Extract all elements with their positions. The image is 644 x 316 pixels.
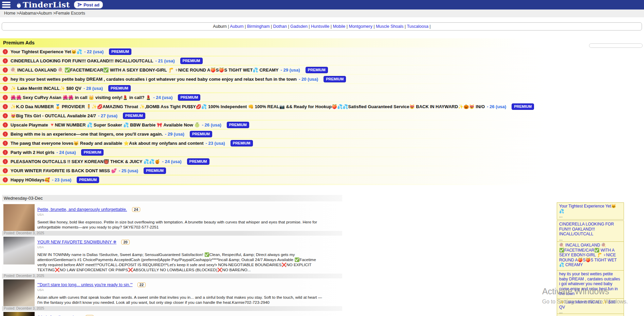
city-links: Auburn | Auburn | Birmingham | Dothan | … — [213, 24, 430, 29]
sidebar-ad-title[interactable]: CINDERELLA LOOKING FOR FUN!!! OAKLAND!!!… — [559, 222, 622, 237]
city-current: Auburn — [213, 24, 226, 29]
premium-ad-title[interactable]: YOUR WINTER FAVORITE IS BACK DONT MISS 💕 — [11, 168, 117, 173]
premium-ad-title[interactable]: 🌺🌺 Sexy CuRvy Asian 🌺🌺 in call 👑 visitin… — [11, 95, 151, 100]
sidebar-ad-box[interactable]: 🍭 INCALL OAKLAND 🍭 ✅FACETIME/CAR✅ WITH A… — [557, 241, 624, 273]
premium-badge: PREMIUM — [512, 103, 534, 110]
premium-ad-title[interactable]: 😻Big Tits Girl - OUTCALL Available 24/7 — [11, 113, 96, 118]
premium-ad-title[interactable]: ✨ Lake Merritt INCALL✨ $80 QV — [11, 86, 81, 91]
sidebar-ad-title[interactable]: hey its your best wettes petite baby DRE… — [559, 272, 622, 296]
city-separator: | — [244, 24, 247, 29]
premium-ad-age-location: - 22 (usa) — [84, 49, 104, 54]
premium-ad-row[interactable]: ↑ PLEASANTON OUTCALLS !! SEXY KOREAN👹 TH… — [0, 157, 644, 165]
sidebar-ad-box[interactable] — [557, 314, 624, 316]
up-arrow-icon: ↑ — [3, 95, 8, 100]
city-separator: | — [329, 24, 333, 29]
listing-title-link[interactable]: "'Don't stare too long... unless you're … — [37, 282, 132, 287]
up-arrow-icon: ↑ — [3, 113, 8, 118]
premium-badge: PREMIUM — [108, 85, 131, 92]
page: TinderList Post ad Home >Alabama>Auburn … — [0, 0, 644, 316]
premium-ad-row[interactable]: ↑ Happy HOlidays🥰 - 23 (usa) PREMIUM — [0, 176, 644, 184]
premium-ad-title[interactable]: 🍭 INCALL OAKLAND 🍭 ✅FACETIME/CAR✅ WITH A… — [11, 67, 279, 73]
premium-ad-row[interactable]: ↑ 🌺🌺 Sexy CuRvy Asian 🌺🌺 in call 👑 visit… — [0, 93, 644, 101]
sidebar-ad-box[interactable]: ✨ Lake Merritt INCALL✨ $80 QV ... — [557, 298, 624, 316]
premium-ad-title[interactable]: Your Tightest Experience Yet🐱💦 — [11, 49, 82, 54]
age-badge: 22 — [137, 282, 146, 287]
premium-ad-row[interactable]: ↑ Your Tightest Experience Yet🐱💦 - 22 (u… — [0, 47, 644, 56]
paper-plane-icon — [77, 2, 82, 7]
listing-photo[interactable] — [3, 204, 35, 232]
premium-ad-title[interactable]: Party with 2 Hot girls — [11, 150, 54, 155]
up-arrow-icon: ↑ — [3, 49, 8, 54]
premium-ad-row[interactable]: ↑ hey its your best wettes petite baby D… — [0, 75, 644, 83]
listing-photo[interactable] — [3, 237, 35, 264]
sidebar-ad-box[interactable]: hey its your best wettes petite baby DRE… — [557, 270, 624, 302]
premium-ad-title[interactable]: Upscale Playmate 🔻NEW NUMBER 💦 Super Soa… — [11, 122, 200, 127]
up-arrow-icon: ↑ — [3, 177, 8, 182]
up-arrow-icon: ↑ — [3, 150, 8, 155]
site-logo[interactable]: TinderList — [16, 1, 70, 9]
post-ad-button[interactable]: Post ad — [74, 1, 103, 8]
premium-ad-age-location: - 27 (usa) — [98, 113, 117, 118]
listing-posted-date: Posted: December 3, 2025 — [2, 306, 342, 311]
listing-photo[interactable] — [3, 279, 35, 307]
premium-ad-row[interactable]: ↑ 😻Big Tits Girl - OUTCALL Available 24/… — [0, 112, 644, 120]
city-separator: | — [428, 24, 431, 29]
premium-ad-age-location: - 26 (usa) — [202, 122, 221, 127]
premium-ad-row[interactable]: ↑ ✨K.O Daa NUMBER 🏅 PROVIDER 🧍✨💋AMAZING … — [0, 102, 644, 111]
premium-ad-row[interactable]: ↑ CINDERELLA LOOKING FOR FUN!!! OAKLAND!… — [0, 57, 644, 65]
premium-ad-row[interactable]: ↑ ✨ Lake Merritt INCALL✨ $80 QV - 28 (us… — [0, 84, 644, 92]
premium-badge: PREMIUM — [178, 94, 200, 101]
listing-title-link[interactable]: YOUR NEW FAVORITE SNOWBUNNY ❄ — [37, 240, 116, 244]
city-link[interactable]: Birmingham — [247, 24, 270, 29]
premium-ad-title[interactable]: PLEASANTON OUTCALLS !! SEXY KOREAN👹 THIC… — [11, 159, 160, 164]
premium-ad-row[interactable]: ↑ YOUR WINTER FAVORITE IS BACK DONT MISS… — [0, 166, 644, 175]
sidebar-ad-box[interactable]: Your Tightest Experience Yet🐱 💦 ... — [557, 202, 624, 220]
top-nav-bar: TinderList Post ad — [0, 0, 644, 9]
listing-body: A lady for all occasions 38 USA — [37, 312, 342, 316]
premium-badge: PREMIUM — [144, 167, 166, 174]
sidebar-ad-box[interactable]: CINDERELLA LOOKING FOR FUN!!! OAKLAND!!!… — [557, 220, 624, 242]
listing-title-link[interactable]: Petite, brunette, and dangerously unforg… — [37, 207, 127, 212]
premium-ad-row[interactable]: ↑ Party with 2 Hot girls - 24 (usa) PREM… — [0, 148, 644, 156]
premium-ad-title[interactable]: Happy HOlidays🥰 — [11, 177, 50, 182]
premium-ad-title[interactable]: hey its your best wettes petite baby DRE… — [11, 77, 297, 82]
up-arrow-icon: ↑ — [3, 104, 8, 109]
premium-ad-row[interactable]: ↑ The pawg that everyone loves😺 Ready an… — [0, 139, 644, 147]
city-separator: | — [308, 24, 311, 29]
city-separator: | — [403, 24, 407, 29]
listing-description: Asian allure with curves that speak loud… — [37, 295, 327, 305]
premium-ad-row[interactable]: ↑ 🍭 INCALL OAKLAND 🍭 ✅FACETIME/CAR✅ WITH… — [0, 66, 644, 74]
city-link[interactable]: Huntsville — [311, 24, 329, 29]
listing-body: "'Don't stare too long... unless you're … — [37, 279, 342, 305]
sidebar-ad-title[interactable]: Your Tightest Experience Yet🐱 💦 — [559, 204, 622, 214]
city-link[interactable]: Mobile — [333, 24, 345, 29]
premium-badge: PREMIUM — [231, 140, 253, 146]
premium-ad-age-location: - 29 (usa) — [281, 67, 300, 73]
breadcrumb[interactable]: Home >Alabama>Auburn >Female Escorts — [0, 9, 644, 17]
premium-ad-row[interactable]: ↑ Being with me is an experience—one tha… — [0, 130, 644, 138]
listing-photo[interactable] — [3, 312, 35, 316]
premium-ad-title[interactable]: CINDERELLA LOOKING FOR FUN!!! OAKLAND!!!… — [11, 58, 153, 63]
city-link[interactable]: Tuscaloosa — [407, 24, 428, 29]
city-separator: | — [287, 24, 290, 29]
premium-ads-heading: Premium Ads — [0, 38, 644, 47]
sidebar-ad-ellipsis: ... — [559, 214, 622, 219]
city-link[interactable]: Gadsden — [290, 24, 308, 29]
city-link[interactable]: Auburn — [230, 24, 243, 29]
listing-row: "'Don't stare too long... unless you're … — [2, 278, 342, 311]
listing-row: YOUR NEW FAVORITE SNOWBUNNY ❄ 20 USA NEW… — [2, 236, 342, 278]
premium-ad-title[interactable]: Being with me is an experience—one that … — [11, 132, 163, 137]
empty-box — [589, 43, 643, 48]
premium-ad-row[interactable]: ↑ Upscale Playmate 🔻NEW NUMBER 💦 Super S… — [0, 121, 644, 129]
premium-ad-title[interactable]: The pawg that everyone loves😺 Ready and … — [11, 141, 203, 146]
hamburger-menu-icon[interactable] — [2, 1, 11, 9]
city-link[interactable]: Montgomery — [349, 24, 372, 29]
sidebar-ad-title[interactable]: ✨ Lake Merritt INCALL✨ $80 QV — [559, 300, 622, 310]
listing-row: Petite, brunette, and dangerously unforg… — [2, 203, 342, 236]
premium-ad-age-location: - 24 (usa) — [56, 150, 76, 155]
premium-ad-age-location: - 23 (usa) — [205, 141, 225, 146]
sidebar-ad-title[interactable]: 🍭 INCALL OAKLAND 🍭 ✅FACETIME/CAR✅ WITH A… — [559, 243, 622, 268]
city-link[interactable]: Muscle Shoals — [376, 24, 403, 29]
city-link[interactable]: Dothan — [273, 24, 287, 29]
premium-ad-title[interactable]: ✨K.O Daa NUMBER 🏅 PROVIDER 🧍✨💋AMAZING Th… — [11, 104, 485, 109]
